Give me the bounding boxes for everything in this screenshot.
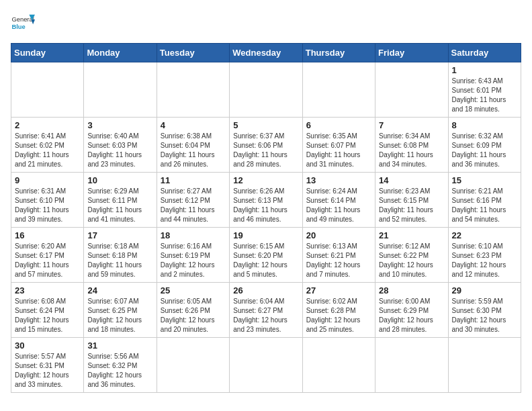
calendar-cell	[11, 62, 84, 118]
calendar-table: SundayMondayTuesdayWednesdayThursdayFrid…	[11, 43, 521, 393]
day-info: Sunrise: 6:23 AM Sunset: 6:15 PM Dayligh…	[379, 187, 433, 223]
day-number: 4	[161, 120, 226, 130]
day-number: 21	[379, 230, 444, 240]
day-info: Sunrise: 6:32 AM Sunset: 6:09 PM Dayligh…	[452, 132, 506, 168]
day-number: 5	[233, 120, 298, 130]
calendar-cell: 17Sunrise: 6:18 AM Sunset: 6:18 PM Dayli…	[84, 228, 157, 283]
day-number: 13	[306, 175, 371, 185]
day-info: Sunrise: 5:59 AM Sunset: 6:30 PM Dayligh…	[452, 298, 506, 333]
weekday-header-wednesday: Wednesday	[230, 44, 302, 62]
weekday-header-saturday: Saturday	[448, 44, 521, 62]
week-row-5: 23Sunrise: 6:08 AM Sunset: 6:24 PM Dayli…	[11, 283, 521, 338]
day-info: Sunrise: 6:29 AM Sunset: 6:11 PM Dayligh…	[87, 187, 142, 223]
day-info: Sunrise: 6:18 AM Sunset: 6:18 PM Dayligh…	[87, 242, 142, 278]
calendar-cell	[375, 338, 448, 393]
day-number: 19	[233, 230, 298, 240]
calendar-cell: 26Sunrise: 6:04 AM Sunset: 6:27 PM Dayli…	[230, 283, 302, 338]
calendar-cell	[230, 338, 302, 393]
calendar-cell: 19Sunrise: 6:15 AM Sunset: 6:20 PM Dayli…	[230, 228, 302, 283]
day-info: Sunrise: 6:13 AM Sunset: 6:21 PM Dayligh…	[306, 242, 361, 278]
day-number: 24	[87, 285, 152, 295]
day-number: 2	[15, 120, 80, 130]
calendar-cell: 5Sunrise: 6:37 AM Sunset: 6:06 PM Daylig…	[230, 118, 302, 173]
calendar-cell: 14Sunrise: 6:23 AM Sunset: 6:15 PM Dayli…	[375, 173, 448, 228]
calendar-cell: 24Sunrise: 6:07 AM Sunset: 6:25 PM Dayli…	[84, 283, 157, 338]
day-number: 15	[452, 175, 517, 185]
day-number: 10	[87, 175, 152, 185]
day-info: Sunrise: 6:43 AM Sunset: 6:01 PM Dayligh…	[452, 77, 506, 113]
day-info: Sunrise: 5:57 AM Sunset: 6:31 PM Dayligh…	[15, 353, 69, 388]
day-number: 3	[87, 120, 152, 130]
day-number: 17	[87, 230, 152, 240]
day-number: 31	[87, 340, 152, 351]
calendar-cell: 28Sunrise: 6:00 AM Sunset: 6:29 PM Dayli…	[375, 283, 448, 338]
day-number: 14	[379, 175, 444, 185]
day-info: Sunrise: 6:04 AM Sunset: 6:27 PM Dayligh…	[233, 298, 287, 333]
calendar-cell: 11Sunrise: 6:27 AM Sunset: 6:12 PM Dayli…	[157, 173, 229, 228]
day-number: 23	[15, 285, 80, 295]
calendar-cell: 4Sunrise: 6:38 AM Sunset: 6:04 PM Daylig…	[157, 118, 229, 173]
day-info: Sunrise: 6:07 AM Sunset: 6:25 PM Dayligh…	[87, 298, 142, 333]
day-number: 22	[452, 230, 517, 240]
calendar-cell: 9Sunrise: 6:31 AM Sunset: 6:10 PM Daylig…	[11, 173, 84, 228]
day-number: 28	[379, 285, 444, 295]
calendar-cell: 31Sunrise: 5:56 AM Sunset: 6:32 PM Dayli…	[84, 338, 157, 393]
day-info: Sunrise: 6:21 AM Sunset: 6:16 PM Dayligh…	[452, 187, 506, 223]
day-info: Sunrise: 6:27 AM Sunset: 6:12 PM Dayligh…	[161, 187, 215, 223]
calendar-cell: 2Sunrise: 6:41 AM Sunset: 6:02 PM Daylig…	[11, 118, 84, 173]
day-number: 16	[15, 230, 80, 240]
calendar-cell: 25Sunrise: 6:05 AM Sunset: 6:26 PM Dayli…	[157, 283, 229, 338]
day-info: Sunrise: 6:26 AM Sunset: 6:13 PM Dayligh…	[233, 187, 287, 223]
week-row-3: 9Sunrise: 6:31 AM Sunset: 6:10 PM Daylig…	[11, 173, 521, 228]
calendar-cell	[448, 338, 521, 393]
day-number: 25	[161, 285, 226, 295]
calendar-cell	[302, 338, 375, 393]
day-info: Sunrise: 6:12 AM Sunset: 6:22 PM Dayligh…	[379, 242, 433, 278]
calendar-cell	[157, 338, 229, 393]
day-info: Sunrise: 6:02 AM Sunset: 6:28 PM Dayligh…	[306, 298, 361, 333]
day-number: 20	[306, 230, 371, 240]
day-number: 27	[306, 285, 371, 295]
calendar-cell	[157, 62, 229, 118]
calendar-cell: 15Sunrise: 6:21 AM Sunset: 6:16 PM Dayli…	[448, 173, 521, 228]
calendar-cell: 27Sunrise: 6:02 AM Sunset: 6:28 PM Dayli…	[302, 283, 375, 338]
calendar-cell: 3Sunrise: 6:40 AM Sunset: 6:03 PM Daylig…	[84, 118, 157, 173]
day-number: 6	[306, 120, 371, 130]
day-info: Sunrise: 5:56 AM Sunset: 6:32 PM Dayligh…	[87, 353, 142, 388]
calendar-cell: 16Sunrise: 6:20 AM Sunset: 6:17 PM Dayli…	[11, 228, 84, 283]
day-number: 11	[161, 175, 226, 185]
calendar-cell: 13Sunrise: 6:24 AM Sunset: 6:14 PM Dayli…	[302, 173, 375, 228]
day-number: 26	[233, 285, 298, 295]
week-row-6: 30Sunrise: 5:57 AM Sunset: 6:31 PM Dayli…	[11, 338, 521, 393]
day-number: 12	[233, 175, 298, 185]
calendar-cell: 7Sunrise: 6:34 AM Sunset: 6:08 PM Daylig…	[375, 118, 448, 173]
calendar-cell	[302, 62, 375, 118]
generalblue-logo-icon: General Blue	[11, 11, 35, 35]
day-info: Sunrise: 6:08 AM Sunset: 6:24 PM Dayligh…	[15, 298, 69, 333]
calendar-cell: 23Sunrise: 6:08 AM Sunset: 6:24 PM Dayli…	[11, 283, 84, 338]
calendar-cell: 22Sunrise: 6:10 AM Sunset: 6:23 PM Dayli…	[448, 228, 521, 283]
day-info: Sunrise: 6:41 AM Sunset: 6:02 PM Dayligh…	[15, 132, 69, 168]
calendar-cell	[84, 62, 157, 118]
week-row-1: 1Sunrise: 6:43 AM Sunset: 6:01 PM Daylig…	[11, 62, 521, 118]
day-number: 1	[452, 65, 517, 75]
day-info: Sunrise: 6:34 AM Sunset: 6:08 PM Dayligh…	[379, 132, 433, 168]
svg-text:Blue: Blue	[11, 24, 25, 30]
calendar-cell: 21Sunrise: 6:12 AM Sunset: 6:22 PM Dayli…	[375, 228, 448, 283]
day-info: Sunrise: 6:37 AM Sunset: 6:06 PM Dayligh…	[233, 132, 287, 168]
logo: General Blue	[11, 11, 35, 35]
day-info: Sunrise: 6:00 AM Sunset: 6:29 PM Dayligh…	[379, 298, 433, 333]
day-number: 29	[452, 285, 517, 295]
day-number: 18	[161, 230, 226, 240]
weekday-header-friday: Friday	[375, 44, 448, 62]
weekday-header-monday: Monday	[84, 44, 157, 62]
calendar-cell: 30Sunrise: 5:57 AM Sunset: 6:31 PM Dayli…	[11, 338, 84, 393]
day-info: Sunrise: 6:16 AM Sunset: 6:19 PM Dayligh…	[161, 242, 215, 278]
weekday-header-row: SundayMondayTuesdayWednesdayThursdayFrid…	[11, 44, 521, 62]
day-info: Sunrise: 6:38 AM Sunset: 6:04 PM Dayligh…	[161, 132, 215, 168]
calendar-cell	[230, 62, 302, 118]
day-info: Sunrise: 6:31 AM Sunset: 6:10 PM Dayligh…	[15, 187, 69, 223]
calendar-cell: 1Sunrise: 6:43 AM Sunset: 6:01 PM Daylig…	[448, 62, 521, 118]
calendar-cell: 6Sunrise: 6:35 AM Sunset: 6:07 PM Daylig…	[302, 118, 375, 173]
week-row-2: 2Sunrise: 6:41 AM Sunset: 6:02 PM Daylig…	[11, 118, 521, 173]
